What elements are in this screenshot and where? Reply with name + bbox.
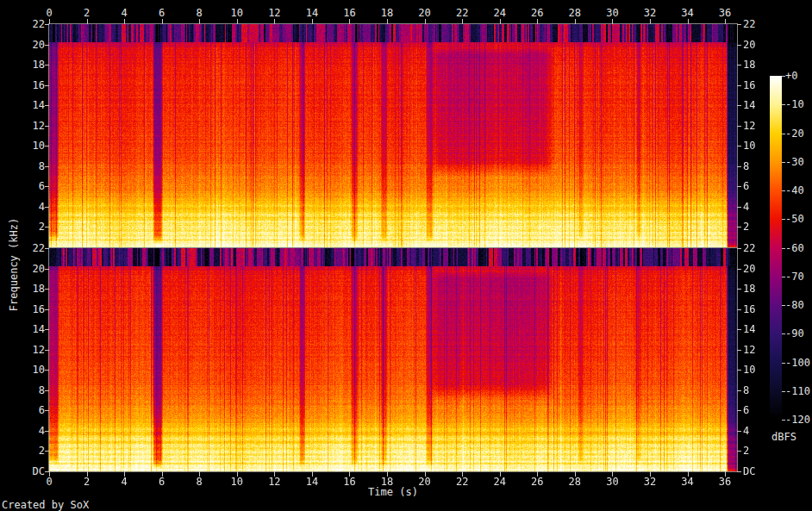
time-tick-mark-bottom <box>688 471 689 477</box>
colorbar-tick-mark <box>782 420 785 421</box>
freq-axis-label: Frequency (kHz) <box>8 178 20 351</box>
freq-tick-label-right: 16 <box>743 79 755 91</box>
freq-tick-label-left: 14 <box>0 323 45 335</box>
freq-tick-mark-right <box>737 269 741 270</box>
freq-tick-label-left: 22 <box>0 242 45 254</box>
time-tick-mark-bottom <box>49 471 50 477</box>
time-tick-label-top: 12 <box>259 7 290 19</box>
time-tick-mark-bottom <box>349 471 350 477</box>
colorbar-gradient <box>770 76 782 420</box>
freq-tick-mark-right <box>737 85 741 86</box>
freq-tick-label-right: 14 <box>743 99 755 111</box>
freq-tick-label-right: 8 <box>743 160 749 172</box>
freq-tick-mark-right <box>737 24 741 25</box>
time-tick-mark-bottom <box>575 471 576 477</box>
freq-tick-label-left: 20 <box>0 263 45 275</box>
freq-tick-label-right: 18 <box>743 59 755 71</box>
freq-tick-label-left: 2 <box>0 221 45 233</box>
time-tick-label-top: 8 <box>184 7 215 19</box>
time-tick-label-bottom: 24 <box>484 476 515 488</box>
time-tick-label-top: 4 <box>109 7 140 19</box>
colorbar-tick-mark <box>782 76 785 77</box>
time-tick-label-top: 18 <box>372 7 403 19</box>
freq-tick-label-left: 20 <box>0 39 45 51</box>
freq-tick-label-right: 12 <box>743 344 755 356</box>
time-tick-label-top: 10 <box>222 7 253 19</box>
colorbar-tick-mark <box>782 305 785 306</box>
time-tick-label-top: 28 <box>559 7 590 19</box>
freq-tick-mark-right <box>737 471 741 472</box>
colorbar-tick-mark <box>782 134 785 134</box>
time-tick-mark-bottom <box>725 471 726 477</box>
colorbar-tick-label: -30 <box>785 156 804 168</box>
freq-tick-label-right: 20 <box>743 263 755 275</box>
time-tick-mark-bottom <box>124 471 125 477</box>
colorbar-tick-mark <box>782 162 785 163</box>
freq-tick-label-left: 12 <box>0 120 45 132</box>
colorbar-unit-label: dBFS <box>771 431 806 443</box>
time-tick-label-bottom: 30 <box>597 476 628 488</box>
colorbar-tick-mark <box>782 277 785 277</box>
freq-tick-mark-right <box>737 309 741 310</box>
freq-tick-mark-right <box>737 431 741 432</box>
time-tick-mark-bottom <box>500 471 501 477</box>
colorbar-tick-mark <box>782 219 785 220</box>
time-tick-label-bottom: 34 <box>672 476 703 488</box>
freq-tick-mark-right <box>737 65 741 65</box>
colorbar-tick-mark <box>782 333 785 334</box>
sox-credit: Created by SoX <box>2 499 89 511</box>
freq-tick-mark-right <box>737 289 741 290</box>
colorbar-tick-mark <box>782 363 785 364</box>
freq-tick-label-right: 22 <box>743 242 755 254</box>
time-tick-label-bottom: 10 <box>222 476 253 488</box>
colorbar-tick-label: -80 <box>785 299 804 311</box>
time-tick-mark-bottom <box>199 471 200 477</box>
colorbar-tick-label: -20 <box>785 128 804 140</box>
time-tick-label-bottom: 12 <box>259 476 290 488</box>
time-tick-label-top: 26 <box>522 7 553 19</box>
freq-tick-label-right: 16 <box>743 303 755 315</box>
time-tick-label-top: 36 <box>709 7 740 19</box>
time-tick-label-bottom: 4 <box>109 476 140 488</box>
freq-tick-label-right: 14 <box>743 323 755 335</box>
freq-tick-label-right: 20 <box>743 39 755 51</box>
colorbar-tick-label: -100 <box>785 357 810 369</box>
freq-tick-label-left: DC <box>0 465 45 477</box>
freq-tick-mark-right <box>737 146 741 146</box>
freq-tick-mark-right <box>737 186 741 187</box>
freq-tick-label-right: 4 <box>743 201 749 213</box>
freq-tick-label-left: 18 <box>0 59 45 71</box>
time-tick-mark-bottom <box>87 471 88 477</box>
time-tick-label-bottom: 22 <box>447 476 478 488</box>
freq-tick-label-left: 10 <box>0 364 45 376</box>
time-tick-label-top: 24 <box>484 7 515 19</box>
time-tick-label-top: 22 <box>447 7 478 19</box>
time-tick-label-bottom: 26 <box>522 476 553 488</box>
freq-tick-label-left: 12 <box>0 344 45 356</box>
time-tick-label-top: 14 <box>297 7 328 19</box>
freq-tick-label-left: 8 <box>0 160 45 172</box>
freq-tick-mark-right <box>737 248 741 249</box>
freq-tick-label-left: 16 <box>0 303 45 315</box>
freq-tick-label-right: DC <box>743 465 755 477</box>
time-tick-label-top: 2 <box>72 7 103 19</box>
colorbar-tick-mark <box>782 104 785 105</box>
freq-tick-label-right: 22 <box>743 18 755 30</box>
time-tick-mark-bottom <box>274 471 275 477</box>
freq-tick-label-right: 2 <box>743 221 749 233</box>
freq-tick-label-right: 10 <box>743 364 755 376</box>
colorbar-tick-mark <box>782 248 785 249</box>
freq-tick-label-left: 4 <box>0 425 45 437</box>
time-tick-label-top: 20 <box>409 7 440 19</box>
time-tick-mark-bottom <box>387 471 388 477</box>
freq-tick-label-left: 6 <box>0 180 45 192</box>
freq-tick-mark-right <box>737 126 741 127</box>
freq-tick-mark-right <box>737 329 741 330</box>
freq-tick-label-right: 8 <box>743 384 749 396</box>
colorbar-tick-label: -110 <box>785 385 810 397</box>
colorbar-tick-label: -120 <box>785 414 810 426</box>
freq-tick-label-right: 4 <box>743 425 749 437</box>
freq-tick-mark-right <box>737 390 741 391</box>
freq-tick-label-right: 2 <box>743 445 749 457</box>
freq-tick-label-left: 8 <box>0 384 45 396</box>
